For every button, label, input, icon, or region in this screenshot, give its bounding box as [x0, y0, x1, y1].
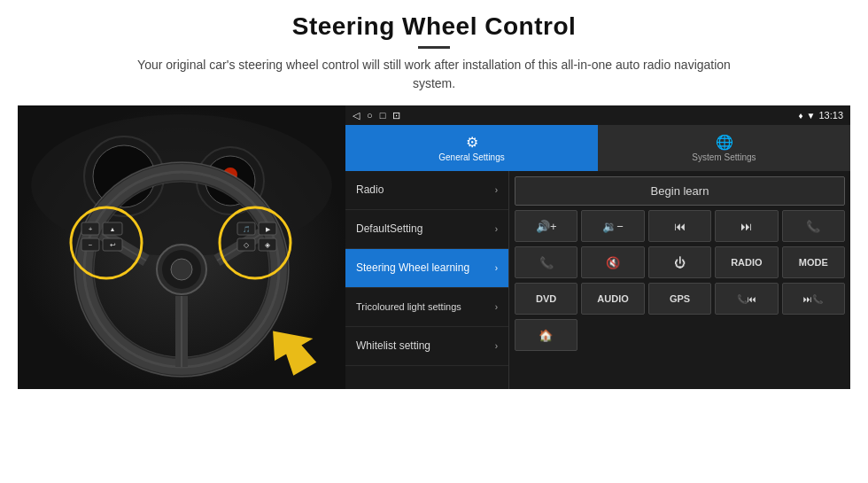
tab-general-label: General Settings	[438, 152, 505, 162]
next-track-btn[interactable]: ⏭	[715, 210, 778, 242]
controls-row-1: 🔊+ 🔉− ⏮ ⏭ 📞	[515, 210, 845, 242]
svg-text:+: +	[89, 225, 93, 233]
page-container: Steering Wheel Control Your original car…	[0, 0, 868, 483]
svg-text:▲: ▲	[110, 226, 116, 232]
menu-item-default-label: DefaultSetting	[356, 222, 422, 235]
prev-track-btn[interactable]: ⏮	[648, 210, 711, 242]
vol-down-icon: 🔉−	[602, 220, 624, 233]
tab-system[interactable]: 🌐 System Settings	[598, 125, 850, 171]
hang-up-btn[interactable]: 📞	[515, 246, 577, 278]
phone-prev-btn[interactable]: 📞⏮	[715, 283, 778, 315]
chevron-icon: ›	[495, 263, 498, 273]
radio-label: RADIO	[731, 257, 762, 268]
dvd-btn[interactable]: DVD	[515, 283, 577, 315]
back-icon[interactable]: ◁	[353, 110, 360, 121]
gps-label: GPS	[670, 293, 690, 304]
page-title: Steering Wheel Control	[18, 12, 850, 41]
mode-btn[interactable]: MODE	[782, 246, 845, 278]
location-icon: ♦	[798, 111, 802, 121]
menu-icon[interactable]: ⊡	[392, 110, 400, 121]
prev-track-icon: ⏮	[674, 220, 686, 233]
android-ui: ◁ ○ □ ⊡ ♦ ▼ 13:13 ⚙ General Settings	[345, 105, 850, 389]
main-content: Radio › DefaultSetting › Steering Wheel …	[345, 171, 850, 389]
content-section: + − ▲ ↩ 🎵 ◇ ▶ ◈	[0, 100, 868, 483]
svg-text:−: −	[89, 241, 93, 249]
menu-item-radio[interactable]: Radio ›	[345, 171, 508, 210]
home-icon[interactable]: ○	[367, 110, 373, 121]
mute-btn[interactable]: 🔇	[581, 246, 644, 278]
vol-down-btn[interactable]: 🔉−	[581, 210, 644, 242]
controls-row-4: 🏠	[515, 319, 845, 351]
controls-panel: Begin learn 🔊+ 🔉− ⏮	[509, 171, 850, 389]
tab-general[interactable]: ⚙ General Settings	[345, 125, 598, 171]
phone-icon: 📞	[806, 220, 820, 233]
menu-item-tricolour[interactable]: Tricoloured light settings ›	[345, 288, 508, 327]
power-icon: ⏻	[674, 256, 686, 269]
radio-btn[interactable]: RADIO	[715, 246, 778, 278]
begin-learn-button[interactable]: Begin learn	[515, 176, 845, 206]
menu-item-steering[interactable]: Steering Wheel learning ›	[345, 249, 508, 288]
svg-text:↩: ↩	[110, 241, 116, 249]
controls-row-2: 📞 🔇 ⏻ RADIO MODE	[515, 246, 845, 278]
audio-btn[interactable]: AUDIO	[581, 283, 644, 315]
mode-label: MODE	[799, 257, 828, 268]
header-section: Steering Wheel Control Your original car…	[0, 0, 868, 100]
call-btn[interactable]: 📞	[782, 210, 845, 242]
menu-item-tricolour-label: Tricoloured light settings	[356, 301, 461, 313]
phone-next-icon: ⏭📞	[803, 294, 823, 304]
menu-item-steering-label: Steering Wheel learning	[356, 261, 469, 274]
tabs-bar: ⚙ General Settings 🌐 System Settings	[345, 125, 850, 171]
status-bar-right: ♦ ▼ 13:13	[798, 110, 843, 121]
status-bar-left: ◁ ○ □ ⊡	[353, 110, 400, 121]
svg-point-1	[31, 114, 332, 256]
title-divider	[418, 46, 450, 49]
system-icon: 🌐	[716, 134, 733, 151]
controls-row-3: DVD AUDIO GPS 📞⏮ ⏭📞	[515, 283, 845, 315]
phone-next-btn[interactable]: ⏭📞	[782, 283, 845, 315]
tab-system-label: System Settings	[692, 152, 756, 162]
menu-item-whitelist-label: Whitelist setting	[356, 339, 430, 352]
phone-prev-icon: 📞⏮	[737, 294, 756, 304]
audio-label: AUDIO	[597, 293, 628, 304]
mute-icon: 🔇	[606, 256, 620, 269]
svg-text:◈: ◈	[265, 241, 271, 249]
vol-up-icon: 🔊+	[536, 220, 557, 233]
recents-icon[interactable]: □	[380, 110, 386, 121]
wifi-icon: ▼	[807, 111, 816, 121]
begin-learn-row: Begin learn	[515, 176, 845, 206]
svg-text:◇: ◇	[244, 241, 250, 249]
steering-wheel-area: + − ▲ ↩ 🎵 ◇ ▶ ◈	[18, 105, 345, 389]
chevron-icon: ›	[495, 341, 498, 351]
next-track-icon: ⏭	[740, 220, 752, 233]
menu-item-radio-label: Radio	[356, 183, 384, 196]
vol-up-btn[interactable]: 🔊+	[515, 210, 577, 242]
clock: 13:13	[818, 110, 843, 121]
menu-item-whitelist[interactable]: Whitelist setting ›	[345, 327, 508, 366]
power-btn[interactable]: ⏻	[648, 246, 711, 278]
home-nav-btn[interactable]: 🏠	[515, 319, 577, 351]
dvd-label: DVD	[536, 293, 556, 304]
chevron-icon: ›	[495, 224, 498, 234]
home-nav-icon: 🏠	[539, 329, 553, 342]
svg-text:🎵: 🎵	[243, 225, 251, 233]
menu-item-default[interactable]: DefaultSetting ›	[345, 210, 508, 249]
settings-gear-icon: ⚙	[466, 134, 478, 151]
chevron-icon: ›	[495, 185, 498, 195]
hang-up-icon: 📞	[539, 256, 554, 269]
status-bar: ◁ ○ □ ⊡ ♦ ▼ 13:13	[345, 105, 850, 125]
chevron-icon: ›	[495, 302, 498, 312]
subtitle: Your original car's steering wheel contr…	[133, 56, 735, 93]
gps-btn[interactable]: GPS	[648, 283, 711, 315]
menu-list: Radio › DefaultSetting › Steering Wheel …	[345, 171, 509, 389]
svg-point-20	[171, 259, 192, 280]
